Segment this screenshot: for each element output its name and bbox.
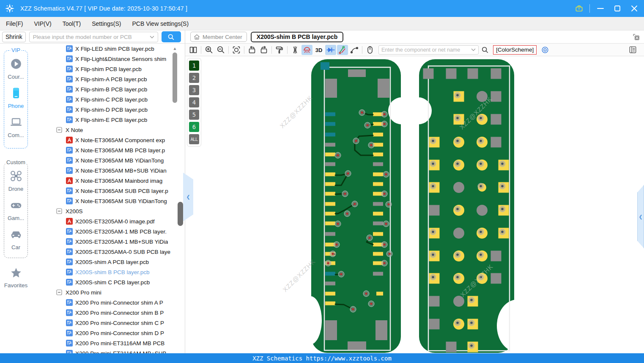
layer-button-6[interactable]: 6 xyxy=(189,122,199,132)
tree-item-x-flip-shim-e-pcb-layer-pcb[interactable]: X Flip-shim-E PCB layer.pcb xyxy=(32,115,172,125)
member-center-button[interactable]: Member Center xyxy=(190,32,247,42)
via-hole xyxy=(432,231,434,233)
rotate-left-icon[interactable] xyxy=(247,45,258,55)
paint-roller-icon[interactable] xyxy=(274,45,285,55)
net-search-input[interactable]: Enter the component or net name xyxy=(378,45,479,55)
curve-icon[interactable] xyxy=(349,45,360,55)
menu-item-settings-s[interactable]: Settings(S) xyxy=(92,20,121,27)
layer-button-3[interactable]: 3 xyxy=(189,85,199,95)
tree-item-x200s-et3205am-0-image-pdf[interactable]: X200S-ET3205AM-0 image.pdf xyxy=(32,216,172,226)
via-hole xyxy=(470,299,473,301)
tree-scrollbar-thumb[interactable] xyxy=(173,52,177,103)
toolbar-separator xyxy=(228,46,229,54)
search-icon xyxy=(167,33,175,41)
maximize-button[interactable] xyxy=(611,2,624,15)
tree-item-x200s-et3205ama-0-sub-pcb-laye[interactable]: X200S-ET3205AMA-0 SUB PCB laye xyxy=(32,247,172,257)
net-search-icon[interactable] xyxy=(481,46,489,54)
layer-button-all[interactable]: ALL xyxy=(189,134,199,144)
tree-item-x-note-et3065am-mb-pcb-layer-p[interactable]: X Note-ET3065AM MB PCB layer.p xyxy=(32,145,172,155)
tree-item-x-note-et3065am-component-exp[interactable]: X Note-ET3065AM Component exp xyxy=(32,135,172,145)
sidebar-item-com[interactable]: Com... xyxy=(4,116,27,138)
via-hole xyxy=(383,243,386,246)
sidebar-item-drone[interactable]: Drone xyxy=(4,170,27,192)
tree-item-x200s-et3205am-1-mb-sub-yidia[interactable]: X200S-ET3205AM-1 MB+SUB YiDia xyxy=(32,236,172,247)
tree-item-x-flip-led-shim-pcb-layer-pcb[interactable]: X Flip-LED shim PCB layer.pcb xyxy=(32,44,172,54)
lamp-icon[interactable] xyxy=(301,45,312,55)
mouse-icon[interactable] xyxy=(364,45,375,55)
tree-item-x200-pro-mini-connector-shim-b-p[interactable]: X200 Pro mini-Connector shim B P xyxy=(32,308,172,318)
vip-briefcase-icon[interactable] xyxy=(573,2,585,15)
tree-item-x200-pro-mini-connector-shim-a-p[interactable]: X200 Pro mini-Connector shim A P xyxy=(32,297,172,308)
tree-item-x-note-et3065am-mb-yidiantong[interactable]: X Note-ET3065AM MB YiDianTong xyxy=(32,155,172,165)
tree-group-x200s[interactable]: X200S xyxy=(32,206,172,216)
tree-item-x-flip-shim-b-pcb-layer-pcb[interactable]: X Flip-shim-B PCB layer.pcb xyxy=(32,84,172,94)
pcb-canvas[interactable]: 123456ALL XZZ@XZZHKXZZ@XZZHKXZZ@XZZHKXZZ… xyxy=(185,56,644,353)
rotate-right-icon[interactable] xyxy=(258,45,269,55)
pcb-file-icon xyxy=(66,167,73,174)
tree-item-label: X Note-ET3065AM Mainbord imag xyxy=(75,178,162,184)
pad-bar xyxy=(373,252,383,256)
close-view-icon[interactable] xyxy=(632,33,641,43)
diode-icon[interactable] xyxy=(325,45,336,55)
model-search-input[interactable]: Please input the model number or PCB xyxy=(29,32,158,42)
collapse-minus-icon[interactable] xyxy=(56,127,62,133)
sidebar-item-car[interactable]: Car xyxy=(4,228,27,250)
split-view-icon[interactable] xyxy=(188,45,199,55)
model-search-button[interactable] xyxy=(162,31,181,42)
layer-button-5[interactable]: 5 xyxy=(189,110,199,120)
tree-scroll-up-arrow[interactable]: ▲ xyxy=(172,45,178,51)
menu-item-vip-v[interactable]: VIP(V) xyxy=(34,20,51,27)
pad-gray xyxy=(325,79,337,98)
sidebar-item-cour[interactable]: Cour... xyxy=(4,58,27,80)
sidebar-item-favorites[interactable]: Favorites xyxy=(0,267,32,289)
tree-item-x-flip-shim-a-pcb-layer-pcb[interactable]: X Flip-shim-A PCB layer.pcb xyxy=(32,74,172,84)
tree-item-x-flip-shim-c-pcb-layer-pcb[interactable]: X Flip-shim-C PCB layer.pcb xyxy=(32,94,172,104)
tree-group-x-note[interactable]: X Note xyxy=(32,125,172,135)
tree-item-x-flip-shim-pcb-layer-pcb[interactable]: X Flip-shim PCB layer.pcb xyxy=(32,64,172,74)
menu-item-pcb-view-settings-s[interactable]: PCB View settings(S) xyxy=(132,20,189,27)
menu-item-file-f[interactable]: File(F) xyxy=(6,20,23,27)
layer-button-2[interactable]: 2 xyxy=(189,73,199,83)
sidebar-item-gam[interactable]: Gam... xyxy=(4,199,27,221)
pad-gray-square xyxy=(446,342,457,352)
panel-scrollbar-thumb[interactable] xyxy=(178,202,183,226)
layer-button-1[interactable]: 1 xyxy=(189,60,199,71)
sidebar-item-phone[interactable]: Phone xyxy=(4,87,27,109)
collapse-minus-icon[interactable] xyxy=(56,208,62,214)
mirror-flip-icon[interactable] xyxy=(290,45,301,55)
right-panel-collapse-handle[interactable]: ❮ xyxy=(637,185,644,248)
pcb-board-view[interactable]: XZZ@XZZHKXZZ@XZZHKXZZ@XZZHKXZZ@XZZHK xyxy=(185,56,644,353)
tree-item-x200-pro-mini-et3116am-mb-pcb[interactable]: X200 Pro mini-ET3116AM MB PCB xyxy=(32,338,172,348)
window-title: XZZ Schematics V4.77 [ VIP Due date: 202… xyxy=(20,5,187,12)
eye-visibility-icon[interactable] xyxy=(541,46,549,54)
zoom-out-icon[interactable] xyxy=(215,45,226,55)
colorscheme-button[interactable]: [ColorScheme] xyxy=(493,45,537,55)
tree-item-x200-pro-mini-connector-shim-d-p[interactable]: X200 Pro mini-Connector shim D P xyxy=(32,328,172,338)
zoom-in-icon[interactable] xyxy=(203,45,214,55)
tree-collapse-handle[interactable]: ❮ xyxy=(183,173,193,221)
box-select-icon[interactable] xyxy=(231,45,242,55)
tree-item-x200s-shim-a-pcb-layer-pcb[interactable]: X200S-shim A PCB layer.pcb xyxy=(32,257,172,267)
tree-item-x200s-shim-b-pcb-layer-pcb[interactable]: X200S-shim B PCB layer.pcb xyxy=(32,267,172,277)
layer-button-4[interactable]: 4 xyxy=(189,97,199,107)
tree-group-x200-pro-mini[interactable]: X200 Pro mini xyxy=(32,287,172,297)
layer-panel-toggle-icon[interactable] xyxy=(628,45,637,56)
shrink-button[interactable]: Shrink xyxy=(2,32,26,42)
tab-x200s-shim-b[interactable]: X200S-shim B PCB layer.pcb xyxy=(251,32,343,42)
tree-item-x-flip-light-distance-sensors-shim[interactable]: X Flip-Light&Distance Sensors shim xyxy=(32,54,172,64)
tree-item-x-note-et3065am-mainbord-imag[interactable]: X Note-ET3065AM Mainbord imag xyxy=(32,176,172,186)
tree-item-x200s-shim-c-pcb-layer-pcb[interactable]: X200S-shim C PCB layer.pcb xyxy=(32,277,172,287)
tree-item-x-note-et3065am-sub-pcb-layer-p[interactable]: X Note-ET3065AM SUB PCB layer.p xyxy=(32,186,172,196)
tree-item-x-note-et3065am-sub-yidiantong[interactable]: X Note-ET3065AM SUB YiDianTong xyxy=(32,196,172,206)
close-button[interactable] xyxy=(628,2,641,15)
three-d-icon[interactable]: 3D xyxy=(313,45,324,55)
tree-item-x200-pro-mini-connector-shim-c-p[interactable]: X200 Pro mini-Connector shim C P xyxy=(32,318,172,328)
menu-item-tool-t[interactable]: Tool(T) xyxy=(63,20,81,27)
measure-icon[interactable] xyxy=(337,45,348,55)
tree-item-x200-pro-mini-et3116am-mb-sub[interactable]: X200 Pro mini-ET3116AM MB+SUB xyxy=(32,348,172,353)
collapse-minus-icon[interactable] xyxy=(56,289,62,295)
minimize-button[interactable] xyxy=(594,2,607,15)
tree-item-x-flip-shim-d-pcb-layer-pcb[interactable]: X Flip-shim-D PCB layer.pcb xyxy=(32,104,172,115)
tree-item-x-note-et3065am-mb-sub-yidian[interactable]: X Note-ET3065AM MB+SUB YiDian xyxy=(32,165,172,176)
tree-item-x200s-et3205am-1-mb-pcb-layer[interactable]: X200S-ET3205AM-1 MB PCB layer. xyxy=(32,226,172,236)
